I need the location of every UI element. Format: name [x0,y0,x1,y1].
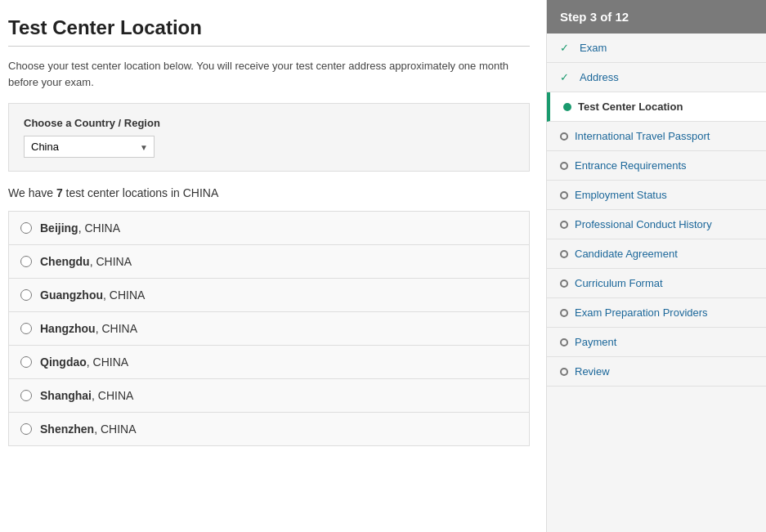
sidebar-header: Step 3 of 12 [547,0,766,34]
active-bullet-icon [563,103,571,111]
country-label: Choose a Country / Region [24,117,514,129]
country-select[interactable]: China United States Canada United Kingdo… [24,136,155,158]
location-name: Shanghai, CHINA [40,389,133,402]
bullet-icon [560,338,568,346]
sidebar: Step 3 of 12 ✓ Exam ✓ Address Test Cente… [547,0,766,532]
sidebar-item-label-test-center-location: Test Center Location [578,101,683,113]
sidebar-item-address[interactable]: ✓ Address [547,63,766,92]
sidebar-item-curriculum-format[interactable]: Curriculum Format [547,269,766,298]
checkmark-icon: ✓ [560,71,573,83]
sidebar-item-candidate-agreement[interactable]: Candidate Agreement [547,239,766,269]
location-name: Hangzhou, CHINA [40,322,137,335]
bullet-icon [560,279,568,288]
checkmark-icon: ✓ [560,42,573,54]
location-radio-0[interactable] [20,222,32,234]
location-radio-3[interactable] [20,323,32,334]
country-form-box: Choose a Country / Region China United S… [8,103,530,172]
page-description: Choose your test center location below. … [8,58,530,90]
location-radio-1[interactable] [20,256,32,267]
sidebar-item-entrance-requirements[interactable]: Entrance Requirements [547,151,766,181]
list-item: Chengdu, CHINA [8,244,530,278]
sidebar-item-professional-conduct-history[interactable]: Professional Conduct History [547,210,766,239]
sidebar-item-label-payment: Payment [575,336,616,348]
list-item: Guangzhou, CHINA [8,278,530,311]
sidebar-item-review[interactable]: Review [547,357,766,387]
list-item: Beijing, CHINA [8,211,530,244]
bullet-icon [560,132,568,141]
sidebar-item-label-exam: Exam [580,42,607,54]
page-title: Test Center Location [8,16,530,39]
list-item: Shenzhen, CHINA [8,412,530,446]
list-item: Hangzhou, CHINA [8,311,530,345]
location-name: Chengdu, CHINA [40,255,132,268]
sidebar-item-international-travel-passport[interactable]: International Travel Passport [547,122,766,151]
sidebar-item-label-curriculum-format: Curriculum Format [575,277,663,289]
count-prefix: We have [8,186,56,199]
bullet-icon [560,309,568,317]
list-item: Shanghai, CHINA [8,378,530,412]
location-name: Beijing, CHINA [40,221,120,235]
count-suffix: test center locations in CHINA [63,186,219,199]
count-number: 7 [56,186,63,199]
bullet-icon [560,368,568,376]
sidebar-item-label-candidate-agreement: Candidate Agreement [575,248,678,260]
sidebar-item-label-address: Address [580,71,619,83]
sidebar-item-label-international-travel-passport: International Travel Passport [575,130,710,142]
list-item: Qingdao, CHINA [8,345,530,378]
bullet-icon [560,221,568,229]
location-radio-5[interactable] [20,390,32,401]
location-list: Beijing, CHINA Chengdu, CHINA Guangzhou,… [8,211,530,446]
sidebar-item-label-entrance-requirements: Entrance Requirements [575,159,687,172]
country-select-wrapper: China United States Canada United Kingdo… [24,136,155,158]
sidebar-item-exam-preparation-providers[interactable]: Exam Preparation Providers [547,298,766,328]
location-radio-4[interactable] [20,356,32,368]
sidebar-item-label-review: Review [575,365,610,378]
title-divider [8,46,530,47]
sidebar-item-label-exam-preparation-providers: Exam Preparation Providers [575,306,708,319]
sidebar-items: ✓ Exam ✓ Address Test Center Location In… [547,34,766,387]
location-name: Shenzhen, CHINA [40,422,136,436]
location-radio-6[interactable] [20,423,32,435]
bullet-icon [560,191,568,199]
location-count-text: We have 7 test center locations in CHINA [8,186,530,199]
bullet-icon [560,162,568,170]
sidebar-item-label-professional-conduct-history: Professional Conduct History [575,218,712,230]
sidebar-item-label-employment-status: Employment Status [575,189,667,201]
location-name: Qingdao, CHINA [40,355,128,369]
sidebar-item-payment[interactable]: Payment [547,328,766,357]
sidebar-item-employment-status[interactable]: Employment Status [547,181,766,210]
sidebar-item-test-center-location[interactable]: Test Center Location [547,92,766,122]
bullet-icon [560,250,568,258]
location-name: Guangzhou, CHINA [40,288,145,302]
sidebar-item-exam[interactable]: ✓ Exam [547,34,766,63]
location-radio-2[interactable] [20,289,32,301]
